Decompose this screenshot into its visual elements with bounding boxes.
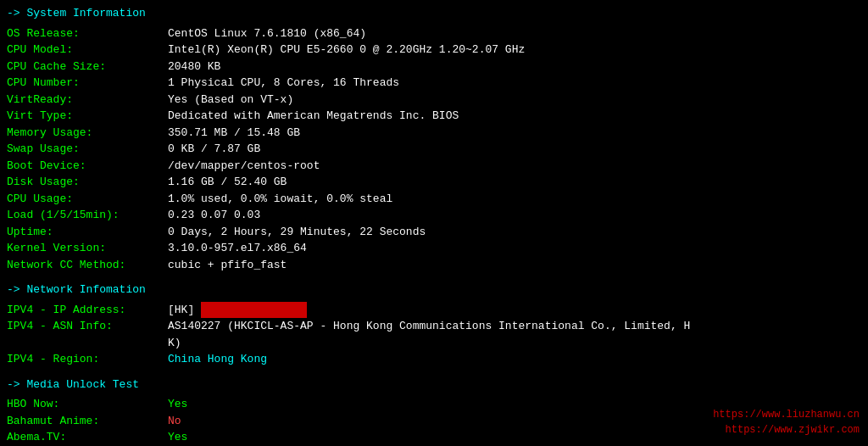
system-header: -> System Information [7, 5, 861, 22]
bahamut-value: No [168, 413, 181, 430]
memory-row: Memory Usage: 350.71 MB / 15.48 GB [7, 125, 861, 142]
cpu-usage-label: CPU Usage: [7, 191, 168, 208]
os-row: OS Release: CentOS Linux 7.6.1810 (x86_6… [7, 25, 861, 42]
virtready-value: Yes (Based on VT-x) [168, 92, 293, 109]
watermark-bottom: https://www.zjwikr.com [726, 422, 860, 438]
abema-value: Yes [168, 429, 187, 446]
ipv4-value: [HK] [168, 302, 307, 319]
asn-value2: K) [168, 335, 181, 352]
hbo-value: Yes [168, 396, 187, 413]
asn-label: IPV4 - ASN Info: [7, 318, 168, 335]
ipv4-label: IPV4 - IP Address: [7, 302, 168, 319]
kernel-label: Kernel Version: [7, 240, 168, 257]
asn-label2 [7, 335, 168, 352]
asn-row: IPV4 - ASN Info: AS140227 (HKCICL-AS-AP … [7, 318, 861, 335]
virt-type-value: Dedicated with American Megatrends Inc. … [168, 108, 459, 125]
network-cc-label: Network CC Method: [7, 257, 168, 274]
disk-label: Disk Usage: [7, 174, 168, 191]
abema-label: Abema.TV: [7, 429, 168, 446]
swap-row: Swap Usage: 0 KB / 7.87 GB [7, 141, 861, 158]
asn-row2: K) [7, 335, 861, 352]
cpu-number-value: 1 Physical CPU, 8 Cores, 16 Threads [168, 75, 399, 92]
cpu-usage-row: CPU Usage: 1.0% used, 0.0% iowait, 0.0% … [7, 191, 861, 208]
virt-type-row: Virt Type: Dedicated with American Megat… [7, 108, 861, 125]
asn-value: AS140227 (HKCICL-AS-AP - Hong Kong Commu… [168, 318, 690, 335]
memory-value: 350.71 MB / 15.48 GB [168, 125, 300, 142]
load-value: 0.23 0.07 0.03 [168, 207, 260, 224]
system-section: -> System Information OS Release: CentOS… [7, 5, 861, 273]
watermark-top: https://www.liuzhanwu.cn [713, 407, 860, 422]
hbo-label: HBO Now: [7, 396, 168, 413]
boot-row: Boot Device: /dev/mapper/centos-root [7, 158, 861, 175]
boot-label: Boot Device: [7, 158, 168, 175]
region-value: China Hong Kong [168, 351, 267, 368]
cpu-usage-value: 1.0% used, 0.0% iowait, 0.0% steal [168, 191, 392, 208]
cpu-model-label: CPU Model: [7, 42, 168, 59]
cpu-cache-row: CPU Cache Size: 20480 KB [7, 59, 861, 75]
network-section: -> Network Infomation IPV4 - IP Address:… [7, 282, 861, 368]
load-row: Load (1/5/15min): 0.23 0.07 0.03 [7, 207, 861, 224]
cpu-cache-value: 20480 KB [168, 59, 220, 75]
cpu-cache-label: CPU Cache Size: [7, 59, 168, 75]
boot-value: /dev/mapper/centos-root [168, 158, 320, 175]
memory-label: Memory Usage: [7, 125, 168, 142]
load-label: Load (1/5/15min): [7, 207, 168, 224]
os-value: CentOS Linux 7.6.1810 (x86_64) [168, 25, 366, 42]
cpu-model-row: CPU Model: Intel(R) Xeon(R) CPU E5-2660 … [7, 42, 861, 59]
ipv4-redacted [201, 302, 307, 319]
uptime-value: 0 Days, 2 Hours, 29 Minutes, 22 Seconds [168, 224, 426, 241]
uptime-label: Uptime: [7, 224, 168, 241]
ipv4-row: IPV4 - IP Address: [HK] [7, 302, 861, 319]
network-cc-value: cubic + pfifo_fast [168, 257, 287, 274]
cpu-number-label: CPU Number: [7, 75, 168, 92]
kernel-row: Kernel Version: 3.10.0-957.el7.x86_64 [7, 240, 861, 257]
kernel-value: 3.10.0-957.el7.x86_64 [168, 240, 307, 257]
cpu-model-value: Intel(R) Xeon(R) CPU E5-2660 0 @ 2.20GHz… [168, 42, 525, 59]
swap-value: 0 KB / 7.87 GB [168, 141, 260, 158]
network-header: -> Network Infomation [7, 282, 861, 298]
bahamut-label: Bahamut Anime: [7, 413, 168, 430]
os-label: OS Release: [7, 25, 168, 42]
network-cc-row: Network CC Method: cubic + pfifo_fast [7, 257, 861, 274]
virt-type-label: Virt Type: [7, 108, 168, 125]
region-label: IPV4 - Region: [7, 351, 168, 368]
terminal-output: -> System Information OS Release: CentOS… [7, 5, 861, 446]
media-header: -> Media Unlock Test [7, 376, 861, 393]
virtready-row: VirtReady: Yes (Based on VT-x) [7, 92, 861, 109]
uptime-row: Uptime: 0 Days, 2 Hours, 29 Minutes, 22 … [7, 224, 861, 241]
cpu-number-row: CPU Number: 1 Physical CPU, 8 Cores, 16 … [7, 75, 861, 92]
disk-value: 1.16 GB / 52.40 GB [168, 174, 287, 191]
disk-row: Disk Usage: 1.16 GB / 52.40 GB [7, 174, 861, 191]
region-row: IPV4 - Region: China Hong Kong [7, 351, 861, 368]
virtready-label: VirtReady: [7, 92, 168, 109]
swap-label: Swap Usage: [7, 141, 168, 158]
